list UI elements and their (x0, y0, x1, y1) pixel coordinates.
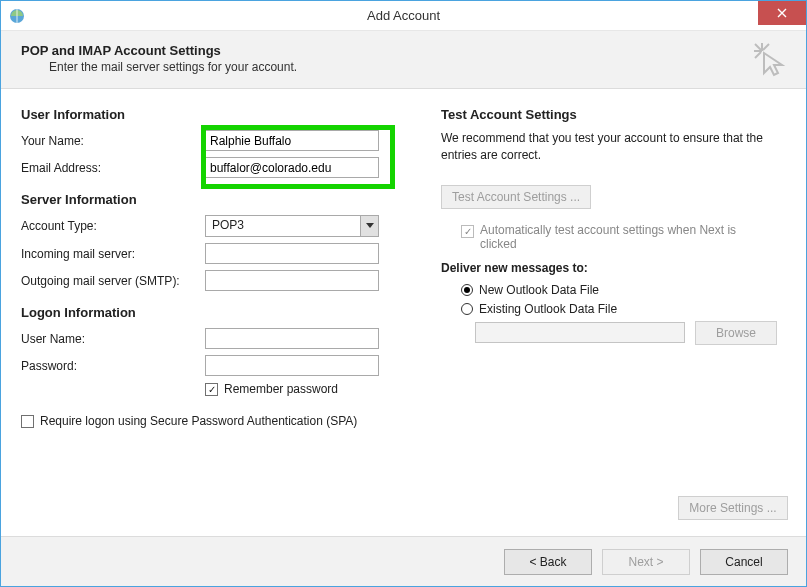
header-title: POP and IMAP Account Settings (21, 43, 786, 58)
header-strip: POP and IMAP Account Settings Enter the … (1, 31, 806, 89)
account-type-select[interactable]: POP3 (205, 215, 379, 237)
password-label: Password: (21, 359, 205, 373)
test-account-settings-button[interactable]: Test Account Settings ... (441, 185, 591, 209)
email-input[interactable] (205, 157, 379, 178)
cancel-button[interactable]: Cancel (700, 549, 788, 575)
username-input[interactable] (205, 328, 379, 349)
remember-password-label: Remember password (224, 382, 338, 396)
username-label: User Name: (21, 332, 205, 346)
right-column: Test Account Settings We recommend that … (441, 103, 802, 433)
back-button[interactable]: < Back (504, 549, 592, 575)
remember-password-checkbox[interactable]: ✓ (205, 383, 218, 396)
existing-file-input (475, 322, 685, 343)
titlebar: Add Account (1, 1, 806, 31)
deliver-new-label: New Outlook Data File (479, 283, 599, 297)
svg-line-4 (755, 44, 761, 50)
auto-test-label: Automatically test account settings when… (480, 223, 770, 251)
incoming-server-label: Incoming mail server: (21, 247, 205, 261)
test-settings-title: Test Account Settings (441, 107, 786, 122)
deliver-existing-radio[interactable] (461, 303, 473, 315)
header-subtitle: Enter the mail server settings for your … (49, 60, 786, 74)
left-column: User Information Your Name: Email Addres… (21, 103, 415, 433)
auto-test-checkbox[interactable]: ✓ (461, 225, 474, 238)
your-name-input[interactable] (205, 130, 379, 151)
app-icon (9, 8, 25, 24)
more-settings-button[interactable]: More Settings ... (678, 496, 788, 520)
window-title: Add Account (1, 8, 806, 23)
outgoing-server-label: Outgoing mail server (SMTP): (21, 274, 205, 288)
logon-info-title: Logon Information (21, 305, 415, 320)
next-button[interactable]: Next > (602, 549, 690, 575)
footer-bar: < Back Next > Cancel (1, 536, 806, 586)
svg-rect-1 (16, 9, 18, 23)
svg-line-5 (763, 44, 769, 50)
browse-button[interactable]: Browse (695, 321, 777, 345)
deliver-new-radio[interactable] (461, 284, 473, 296)
cursor-star-icon (752, 41, 788, 80)
chevron-down-icon (360, 216, 378, 236)
email-label: Email Address: (21, 161, 205, 175)
account-type-label: Account Type: (21, 219, 205, 233)
svg-line-6 (755, 52, 761, 58)
deliver-existing-label: Existing Outlook Data File (479, 302, 617, 316)
test-settings-desc: We recommend that you test your account … (441, 130, 786, 165)
content-area: User Information Your Name: Email Addres… (1, 89, 806, 433)
spa-checkbox[interactable] (21, 415, 34, 428)
close-icon (777, 5, 787, 21)
spa-label: Require logon using Secure Password Auth… (40, 414, 357, 428)
your-name-label: Your Name: (21, 134, 205, 148)
password-input[interactable] (205, 355, 379, 376)
account-type-value: POP3 (206, 216, 360, 236)
add-account-window: Add Account POP and IMAP Account Setting… (0, 0, 807, 587)
user-info-title: User Information (21, 107, 415, 122)
server-info-title: Server Information (21, 192, 415, 207)
deliver-title: Deliver new messages to: (441, 261, 786, 275)
outgoing-server-input[interactable] (205, 270, 379, 291)
close-button[interactable] (758, 1, 806, 25)
incoming-server-input[interactable] (205, 243, 379, 264)
